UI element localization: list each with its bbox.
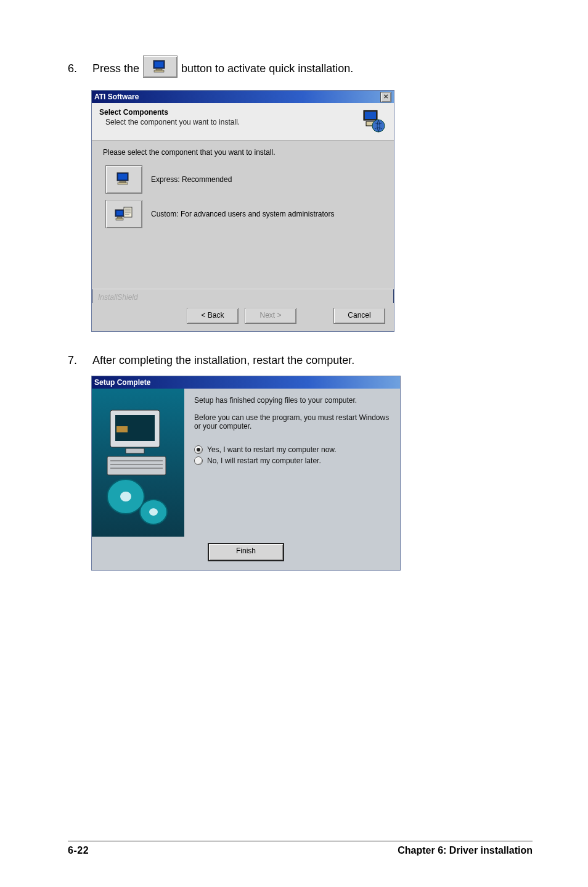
setup-complete-dialog: Setup Complete bbox=[91, 376, 401, 571]
svg-point-30 bbox=[120, 492, 131, 501]
svg-rect-1 bbox=[155, 62, 163, 67]
titlebar: Setup Complete bbox=[92, 376, 400, 389]
cancel-button[interactable]: Cancel bbox=[333, 308, 385, 324]
instruction-step-7: 7. After completing the installation, re… bbox=[68, 354, 533, 367]
body-instruction: Please select the component that you wan… bbox=[103, 148, 383, 157]
page-title: Select Components bbox=[99, 108, 240, 117]
express-option-row: Express: Recommended bbox=[105, 165, 383, 194]
custom-label: Custom: For advanced users and system ad… bbox=[151, 210, 334, 218]
close-icon[interactable]: ✕ bbox=[380, 92, 391, 102]
next-button: Next > bbox=[245, 308, 296, 324]
radio-restart-now-row[interactable]: Yes, I want to restart my computer now. bbox=[194, 445, 390, 454]
dialog1-button-row: < Back Next > Cancel bbox=[92, 303, 394, 331]
setup-graphic bbox=[92, 389, 184, 537]
instruction-step-6: 6. Press the button to activate quick in… bbox=[68, 56, 533, 81]
svg-rect-11 bbox=[118, 183, 128, 184]
svg-rect-10 bbox=[120, 181, 126, 183]
express-label: Express: Recommended bbox=[151, 175, 232, 184]
computer-cd-icon bbox=[98, 398, 178, 527]
monitor-icon bbox=[115, 172, 133, 187]
step6-before: Press the bbox=[92, 62, 139, 75]
window-title: ATI Software bbox=[94, 93, 139, 101]
svg-rect-15 bbox=[116, 218, 123, 220]
setup-line1: Setup has finished copying files to your… bbox=[194, 396, 390, 405]
svg-rect-9 bbox=[118, 174, 127, 179]
footer-chapter: Chapter 6: Driver installation bbox=[398, 845, 533, 856]
radio-icon[interactable] bbox=[194, 456, 203, 465]
footer-page-number: 6-22 bbox=[68, 845, 89, 856]
custom-install-button[interactable] bbox=[105, 200, 142, 228]
installshield-brand: InstallShield bbox=[92, 289, 394, 303]
step6-after: button to activate quick installation. bbox=[181, 62, 353, 75]
svg-rect-2 bbox=[156, 69, 162, 70]
step7-text: After completing the installation, resta… bbox=[92, 354, 354, 367]
svg-point-7 bbox=[372, 120, 385, 132]
setup-button-row: Finish bbox=[92, 537, 400, 570]
svg-rect-16 bbox=[124, 207, 132, 217]
computer-globe-icon bbox=[361, 108, 386, 134]
ati-software-dialog: ATI Software ✕ Select Components Select … bbox=[91, 90, 394, 332]
svg-rect-3 bbox=[154, 70, 164, 72]
titlebar: ATI Software ✕ bbox=[92, 91, 394, 103]
radio-restart-later-row[interactable]: No, I will restart my computer later. bbox=[194, 456, 390, 465]
radio-restart-later-label: No, I will restart my computer later. bbox=[207, 456, 321, 465]
setup-right-pane: Setup has finished copying files to your… bbox=[184, 389, 400, 537]
page-subtitle: Select the component you want to install… bbox=[99, 118, 240, 126]
svg-rect-5 bbox=[365, 112, 376, 119]
svg-rect-25 bbox=[107, 456, 166, 475]
page-footer: 6-22 Chapter 6: Driver installation bbox=[68, 841, 533, 856]
express-install-button[interactable] bbox=[105, 165, 142, 194]
radio-restart-now-label: Yes, I want to restart my computer now. bbox=[207, 445, 337, 454]
finish-button[interactable]: Finish bbox=[208, 543, 284, 561]
custom-option-row: Custom: For advanced users and system ad… bbox=[105, 200, 383, 228]
header-pane: Select Components Select the component y… bbox=[92, 103, 394, 141]
window-title: Setup Complete bbox=[94, 378, 150, 387]
svg-rect-13 bbox=[116, 211, 123, 215]
svg-point-32 bbox=[149, 508, 158, 516]
back-button[interactable]: < Back bbox=[187, 308, 239, 324]
svg-rect-14 bbox=[117, 217, 122, 218]
step-number-6: 6. bbox=[68, 62, 92, 75]
setup-body: Setup has finished copying files to your… bbox=[92, 389, 400, 537]
step-number-7: 7. bbox=[68, 354, 92, 367]
radio-icon[interactable] bbox=[194, 445, 203, 454]
monitor-list-icon bbox=[115, 206, 133, 222]
setup-line2: Before you can use the program, you must… bbox=[194, 413, 390, 431]
express-install-button-inline bbox=[143, 56, 178, 78]
footer-rule bbox=[68, 841, 533, 841]
svg-rect-23 bbox=[116, 426, 128, 432]
body-pane: Please select the component that you wan… bbox=[92, 141, 394, 289]
svg-rect-24 bbox=[126, 448, 144, 453]
